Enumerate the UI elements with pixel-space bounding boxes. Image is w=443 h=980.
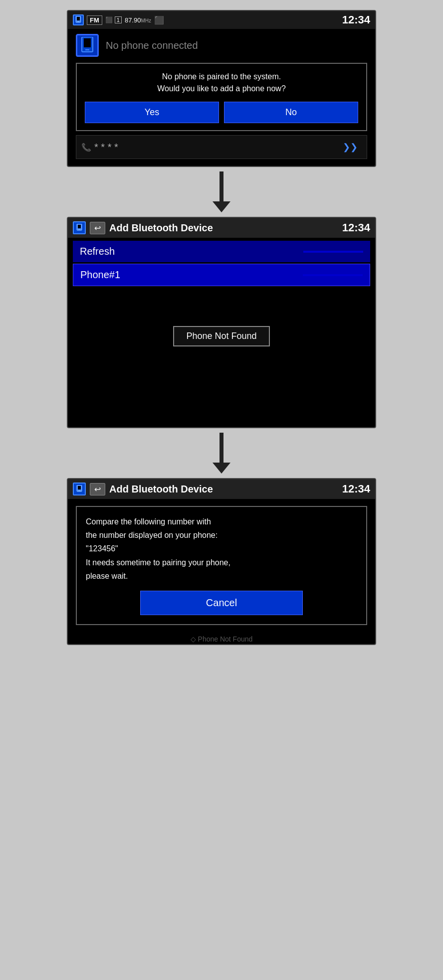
arrow-shaft-2 [220, 433, 223, 463]
svg-rect-4 [84, 38, 91, 47]
svg-rect-7 [78, 225, 81, 228]
svg-rect-10 [78, 486, 81, 490]
screen2-body: Refresh Phone#1 Phone Not Found [68, 238, 375, 427]
phone-status-icon-3 [73, 483, 86, 495]
svg-rect-5 [85, 49, 89, 50]
yes-button[interactable]: Yes [85, 102, 219, 123]
asterisks-display: * * * * [91, 142, 339, 153]
arrow1-container [213, 167, 230, 217]
clock-2: 12:34 [342, 221, 370, 234]
compare-dialog: Compare the following number with the nu… [76, 506, 367, 625]
phone-not-found-box: Phone Not Found [173, 326, 269, 346]
phone-not-found-section: Phone Not Found [73, 326, 370, 346]
status-bar-left-3: ↩ Add Bluetooth Device [73, 483, 213, 495]
screen3-body: Compare the following number with the nu… [68, 499, 375, 632]
clock-1: 12:34 [342, 13, 370, 26]
clock-3: 12:34 [342, 483, 370, 495]
dialog-message-1: No phone is paired to the system.Would y… [85, 71, 358, 95]
list-item-refresh[interactable]: Refresh [73, 241, 370, 262]
back-button-3[interactable]: ↩ [90, 483, 105, 495]
status-bar-1: FM ⬛ 1 87.90MHz ⬛ 12:34 [68, 11, 375, 29]
phone-icon-small: 📞 [81, 143, 91, 152]
status-bar-3: ↩ Add Bluetooth Device 12:34 [68, 479, 375, 499]
arrow2-down [213, 433, 230, 474]
phone-big-icon [76, 34, 99, 57]
screen1-body: No phone connected No phone is paired to… [68, 29, 375, 166]
screen3-title: Add Bluetooth Device [109, 484, 213, 495]
compare-text: Compare the following number with the nu… [86, 515, 357, 583]
no-phone-title: No phone connected [106, 40, 198, 51]
frequency-display: 87.90MHz [125, 16, 151, 24]
screen2-title: Add Bluetooth Device [109, 222, 213, 234]
list-item-phone1[interactable]: Phone#1 [73, 264, 370, 286]
cancel-button[interactable]: Cancel [140, 591, 303, 615]
screen3-footer: ◇ Phone Not Found [68, 632, 375, 644]
screen3: ↩ Add Bluetooth Device 12:34 Compare the… [67, 478, 376, 645]
arrow-head-2 [213, 463, 230, 474]
chevron-down-icon[interactable]: ❯❯ [339, 140, 362, 155]
arrow-shaft-1 [220, 171, 223, 201]
screen1: FM ⬛ 1 87.90MHz ⬛ 12:34 [67, 10, 376, 167]
arrow1-down [213, 171, 230, 212]
svg-rect-2 [77, 21, 79, 22]
back-button-2[interactable]: ↩ [90, 222, 105, 234]
list-indicator [303, 251, 363, 253]
bluetooth-icon: ⬛ [154, 15, 164, 25]
screen1-bottom: 📞 * * * * ❯❯ [76, 135, 367, 159]
status-bar-left-2: ↩ Add Bluetooth Device [73, 221, 213, 234]
dialog-buttons-1: Yes No [85, 102, 358, 123]
arrow-head-1 [213, 201, 230, 212]
status-bar-left-1: FM ⬛ 1 87.90MHz ⬛ [73, 14, 164, 25]
screen2: ↩ Add Bluetooth Device 12:34 Refresh Pho… [67, 217, 376, 428]
svg-rect-1 [77, 17, 80, 20]
no-button[interactable]: No [224, 102, 358, 123]
screen1-dialog: No phone is paired to the system.Would y… [76, 63, 367, 131]
fm-badge: FM [87, 15, 102, 25]
phone-status-icon-2 [73, 221, 86, 234]
status-bar-2: ↩ Add Bluetooth Device 12:34 [68, 218, 375, 238]
list-indicator-2 [303, 274, 363, 276]
svg-rect-8 [78, 229, 80, 230]
svg-rect-11 [78, 490, 80, 491]
phone-status-icon [73, 14, 84, 25]
arrow2-container [213, 428, 230, 478]
screen1-header: No phone connected [76, 34, 367, 57]
signal-icons: ⬛ 1 [105, 16, 122, 23]
